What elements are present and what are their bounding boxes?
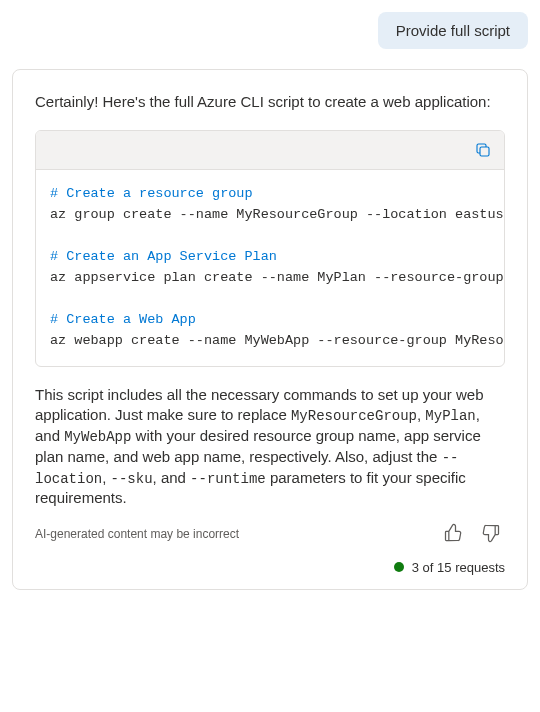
thumbs-down-button[interactable] — [477, 519, 505, 550]
thumbs-up-button[interactable] — [439, 519, 467, 550]
ai-disclaimer: AI-generated content may be incorrect — [35, 527, 239, 541]
code-comment: # Create a resource group — [50, 186, 253, 201]
code-comment: # Create a Web App — [50, 312, 196, 327]
request-count: 3 of 15 requests — [412, 560, 505, 575]
copy-icon — [474, 141, 492, 159]
inline-code: --runtime — [190, 471, 266, 487]
response-card: Certainly! Here's the full Azure CLI scr… — [12, 69, 528, 590]
status-dot-icon — [394, 562, 404, 572]
inline-code: MyResourceGroup — [291, 408, 417, 424]
code-content: # Create a resource group az group creat… — [36, 170, 504, 365]
feedback-group — [439, 519, 505, 550]
outro-text-span: , and — [153, 469, 191, 486]
code-block: # Create a resource group az group creat… — [35, 130, 505, 366]
inline-code: MyWebApp — [64, 429, 131, 445]
user-message-row: Provide full script — [12, 12, 528, 49]
code-block-header — [36, 131, 504, 170]
status-row: 3 of 15 requests — [35, 560, 505, 575]
inline-code: MyPlan — [425, 408, 475, 424]
inline-code: --sku — [111, 471, 153, 487]
code-line: az appservice plan create --name MyPlan … — [50, 270, 504, 285]
svg-rect-0 — [480, 147, 489, 156]
code-comment: # Create an App Service Plan — [50, 249, 277, 264]
response-outro: This script includes all the necessary c… — [35, 385, 505, 509]
response-intro: Certainly! Here's the full Azure CLI scr… — [35, 92, 505, 112]
code-line: az webapp create --name MyWebApp --resou… — [50, 333, 504, 348]
code-line: az group create --name MyResourceGroup -… — [50, 207, 504, 222]
copy-button[interactable] — [472, 139, 494, 161]
card-footer: AI-generated content may be incorrect — [35, 519, 505, 550]
thumbs-up-icon — [443, 523, 463, 543]
outro-text-span: , — [102, 469, 110, 486]
user-message-bubble: Provide full script — [378, 12, 528, 49]
thumbs-down-icon — [481, 523, 501, 543]
user-message-text: Provide full script — [396, 22, 510, 39]
